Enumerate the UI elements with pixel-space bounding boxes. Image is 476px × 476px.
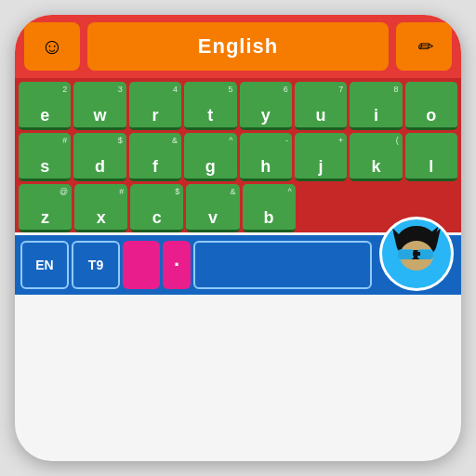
- avatar-face-svg: [387, 224, 446, 284]
- key-s[interactable]: #s: [19, 133, 71, 181]
- dot-icon: ·: [174, 253, 179, 277]
- space-button[interactable]: [193, 241, 372, 289]
- key-j[interactable]: +j: [295, 133, 347, 181]
- key-c[interactable]: $c: [130, 184, 183, 232]
- key-e[interactable]: 2e: [19, 82, 71, 130]
- language-label: English: [198, 34, 278, 59]
- svg-rect-6: [398, 249, 414, 259]
- t9-button[interactable]: T9: [72, 241, 120, 289]
- key-h[interactable]: -h: [240, 133, 292, 181]
- key-row-1: 2e 3w 4r 5t 6y 7u 8i o: [19, 82, 457, 130]
- key-v[interactable]: &v: [186, 184, 239, 232]
- language-selector[interactable]: English: [87, 22, 389, 71]
- t9-label: T9: [88, 258, 103, 272]
- key-w[interactable]: 3w: [73, 82, 126, 130]
- pink-button-1[interactable]: [123, 241, 160, 289]
- emoji-button[interactable]: ☺: [24, 22, 80, 71]
- key-u[interactable]: 7u: [295, 82, 347, 130]
- phone-container: ☺ English ✏ 2e 3w 4r 5t 6y 7u 8i o #s $d…: [15, 15, 461, 461]
- key-d[interactable]: $d: [73, 133, 126, 181]
- svg-rect-8: [413, 252, 420, 256]
- emoji-icon: ☺: [41, 33, 64, 60]
- top-bar: ☺ English ✏: [15, 15, 461, 78]
- key-k[interactable]: (k: [350, 133, 402, 181]
- key-r[interactable]: 4r: [129, 82, 181, 130]
- en-label: EN: [35, 258, 53, 272]
- dot-button[interactable]: ·: [163, 241, 191, 289]
- key-i[interactable]: 8i: [350, 82, 402, 130]
- key-x[interactable]: #x: [74, 184, 127, 232]
- key-b[interactable]: ^b: [243, 184, 296, 232]
- key-t[interactable]: 5t: [184, 82, 236, 130]
- key-f[interactable]: &f: [129, 133, 181, 181]
- key-y[interactable]: 6y: [240, 82, 292, 130]
- avatar[interactable]: [379, 217, 454, 291]
- key-o[interactable]: o: [405, 82, 457, 130]
- key-row-2: #s $d &f ^g -h +j (k l: [19, 133, 457, 181]
- keyboard-area: 2e 3w 4r 5t 6y 7u 8i o #s $d &f ^g -h +j…: [15, 78, 461, 232]
- edit-icon: ✏: [416, 35, 432, 58]
- key-g[interactable]: ^g: [184, 133, 236, 181]
- en-button[interactable]: EN: [20, 241, 69, 289]
- edit-button[interactable]: ✏: [396, 22, 452, 71]
- bottom-bar: EN T9 ·: [15, 235, 461, 295]
- key-z[interactable]: @z: [19, 184, 72, 232]
- key-l[interactable]: l: [405, 133, 457, 181]
